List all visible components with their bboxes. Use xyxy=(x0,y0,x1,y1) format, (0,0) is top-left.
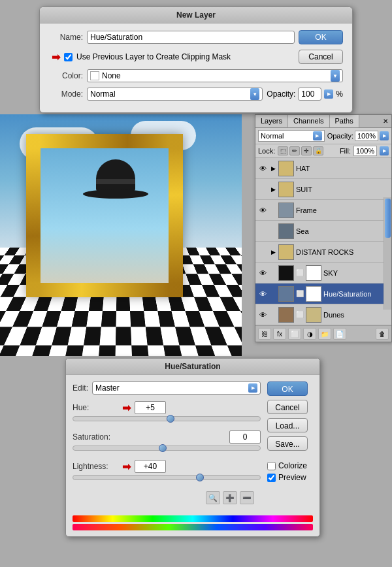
delete-layer-button[interactable]: 🗑 xyxy=(376,328,389,340)
add-mask-button[interactable]: ⬜ xyxy=(288,328,301,340)
layers-mode-arrow[interactable]: ▶ xyxy=(313,131,322,140)
eyedropper-add-button[interactable]: ➕ xyxy=(223,491,237,504)
layer-row[interactable]: 👁 ⬜ SKY xyxy=(255,263,391,284)
layer-row[interactable]: 👁 ⬜ Dunes xyxy=(255,304,391,325)
panel-close-button[interactable]: ✕ xyxy=(380,116,391,126)
saturation-slider-track[interactable] xyxy=(73,446,261,451)
hue-arrow-icon: ➡ xyxy=(122,402,131,414)
edit-select[interactable]: Master ▶ xyxy=(92,381,261,395)
mode-select[interactable]: Normal ▼ xyxy=(87,88,263,101)
saturation-label: Saturation: xyxy=(73,432,118,442)
color-select[interactable]: None ▼ xyxy=(87,69,343,82)
expand-icon[interactable]: ▶ xyxy=(270,165,276,172)
ok-button[interactable]: OK xyxy=(299,30,343,44)
visibility-eye[interactable]: 👁 xyxy=(257,205,268,216)
hue-saturation-dialog: Hue/Saturation Edit: Master ▶ Hue: ➡ xyxy=(65,358,320,537)
tab-layers[interactable]: Layers xyxy=(255,115,288,127)
saturation-slider-group: Saturation: xyxy=(73,430,261,451)
layers-toolbar: ⛓ fx ⬜ ◑ 📁 📄 🗑 xyxy=(255,325,391,342)
expand-icon[interactable]: ▶ xyxy=(270,249,276,255)
name-input[interactable] xyxy=(87,31,295,44)
add-style-button[interactable]: fx xyxy=(273,328,286,340)
fill-label: Fill: xyxy=(340,147,351,155)
lightness-value-input[interactable] xyxy=(135,460,166,473)
eyedropper-subtract-button[interactable]: ➖ xyxy=(240,491,254,504)
visibility-eye[interactable] xyxy=(257,184,268,195)
expand-icon xyxy=(270,228,276,235)
hue-value-input[interactable] xyxy=(135,401,166,414)
edit-select-arrow[interactable]: ▶ xyxy=(248,383,257,393)
layer-thumbnail xyxy=(278,223,294,239)
layer-row[interactable]: ▶ DISTANT ROCKS xyxy=(255,242,391,263)
cancel-button[interactable]: Cancel xyxy=(299,50,343,64)
layer-thumbnail xyxy=(278,286,294,302)
layer-mask-link: ⬜ xyxy=(296,269,304,276)
layer-mask-thumbnail xyxy=(306,307,321,323)
hat-band xyxy=(96,179,135,184)
layers-opacity-arrow[interactable]: ▶ xyxy=(380,131,389,140)
opacity-unit: % xyxy=(336,89,343,99)
hue-slider-thumb[interactable] xyxy=(167,415,174,423)
visibility-eye[interactable]: 👁 xyxy=(257,310,268,320)
saturation-value-input[interactable] xyxy=(229,430,261,444)
mode-label: Mode: xyxy=(49,89,83,99)
layers-scrollbar[interactable] xyxy=(384,197,391,310)
hue-saturation-controls: Edit: Master ▶ Hue: ➡ S xyxy=(73,381,261,506)
new-layer-button[interactable]: 📄 xyxy=(333,328,346,340)
layer-row[interactable]: Sea xyxy=(255,221,391,242)
fill-input[interactable] xyxy=(353,146,377,156)
layer-name: SUIT xyxy=(296,186,389,193)
lightness-slider-group: Lightness: ➡ xyxy=(73,460,261,480)
expand-icon[interactable]: ▶ xyxy=(270,186,276,193)
layer-mask-thumbnail xyxy=(306,286,321,302)
edit-value: Master xyxy=(95,383,248,393)
scroll-thumb[interactable] xyxy=(385,199,391,238)
layer-name: SKY xyxy=(323,269,389,277)
hue-sat-save-button[interactable]: Save... xyxy=(267,436,308,451)
hue-slider-group: Hue: ➡ xyxy=(73,401,261,421)
clipping-mask-checkbox[interactable] xyxy=(64,53,73,61)
hue-sat-cancel-button[interactable]: Cancel xyxy=(267,400,308,414)
visibility-eye[interactable]: 👁 xyxy=(257,163,268,174)
link-layers-button[interactable]: ⛓ xyxy=(258,328,271,340)
eyedropper-button[interactable]: 🔍 xyxy=(206,491,220,504)
fill-arrow[interactable]: ▶ xyxy=(380,146,389,155)
layer-row[interactable]: ▶ SUIT xyxy=(255,179,391,200)
lock-label: Lock: xyxy=(258,147,275,155)
opacity-input[interactable] xyxy=(298,88,321,101)
canvas-area xyxy=(0,114,242,356)
layers-mode-select[interactable]: Normal ▶ xyxy=(258,130,325,142)
layers-opacity-input[interactable] xyxy=(355,131,378,141)
lock-transparent-button[interactable]: ⬚ xyxy=(278,146,288,155)
hue-saturation-buttons: OK Cancel Load... Save... Colorize Previ… xyxy=(267,381,313,506)
layer-row[interactable]: 👁 ▶ HAT xyxy=(255,158,391,179)
visibility-eye[interactable]: 👁 xyxy=(257,268,268,278)
lightness-slider-thumb[interactable] xyxy=(196,474,204,481)
hue-sat-ok-button[interactable]: OK xyxy=(267,381,308,396)
tab-channels[interactable]: Channels xyxy=(288,115,329,127)
hue-sat-load-button[interactable]: Load... xyxy=(267,418,308,432)
layer-thumbnail xyxy=(278,265,294,281)
colorize-checkbox[interactable] xyxy=(267,462,276,470)
saturation-slider-thumb[interactable] xyxy=(159,444,167,452)
lock-position-button[interactable]: ✛ xyxy=(301,146,312,155)
layer-row[interactable]: 👁 Frame xyxy=(255,200,391,221)
color-value: None xyxy=(102,71,329,80)
layer-name: Sea xyxy=(296,227,389,235)
layer-row[interactable]: 👁 ⬜ Hue/Saturation xyxy=(255,284,391,304)
expand-icon xyxy=(270,312,276,318)
fill-group: Fill: ▶ xyxy=(340,146,389,156)
opacity-arrow-icon[interactable]: ▶ xyxy=(324,89,333,99)
new-folder-button[interactable]: 📁 xyxy=(318,328,331,340)
visibility-eye[interactable]: 👁 xyxy=(257,289,268,299)
add-adjustment-button[interactable]: ◑ xyxy=(303,328,316,340)
tab-paths[interactable]: Paths xyxy=(330,115,359,127)
lock-all-button[interactable]: 🔒 xyxy=(313,146,323,155)
picture-frame xyxy=(26,134,183,297)
preview-checkbox[interactable] xyxy=(267,474,276,482)
visibility-eye[interactable] xyxy=(257,226,268,236)
hue-slider-track[interactable] xyxy=(73,416,261,421)
lightness-slider-track[interactable] xyxy=(73,475,261,480)
lock-pixels-button[interactable]: ✏ xyxy=(289,146,300,155)
visibility-eye[interactable] xyxy=(257,247,268,257)
